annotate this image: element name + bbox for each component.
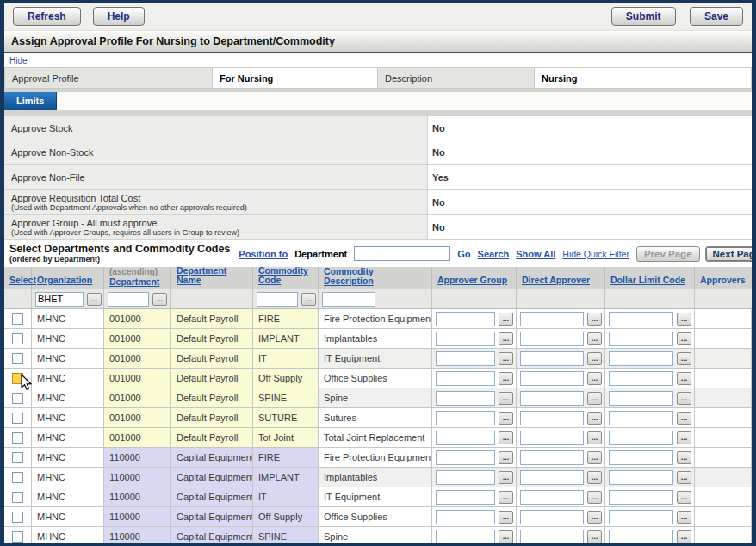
approver-group-lookup-button[interactable]: ... (499, 392, 513, 405)
direct-approver-lookup-button[interactable]: ... (587, 412, 602, 425)
header-direct-approver[interactable]: Direct Approver (522, 276, 590, 285)
filter-organization-input[interactable] (35, 292, 84, 307)
row-checkbox[interactable] (12, 432, 23, 444)
dollar-limit-lookup-button[interactable]: ... (677, 431, 691, 444)
help-button[interactable]: Help (93, 7, 145, 26)
direct-approver-input[interactable] (520, 510, 584, 524)
row-checkbox[interactable] (12, 353, 23, 364)
direct-approver-lookup-button[interactable]: ... (587, 392, 602, 405)
approver-group-input[interactable] (436, 431, 495, 445)
filter-department-input[interactable] (108, 292, 149, 307)
department-lookup-button[interactable]: ... (152, 293, 167, 306)
dollar-limit-code-input[interactable] (609, 490, 673, 505)
direct-approver-lookup-button[interactable]: ... (587, 511, 602, 524)
row-checkbox[interactable] (12, 512, 23, 523)
dollar-limit-lookup-button[interactable]: ... (677, 412, 691, 425)
row-checkbox[interactable] (12, 531, 23, 543)
dollar-limit-code-input[interactable] (609, 411, 673, 425)
direct-approver-lookup-button[interactable]: ... (587, 471, 602, 484)
header-approver-group[interactable]: Approver Group (437, 276, 507, 285)
direct-approver-input[interactable] (520, 332, 584, 346)
header-department-name[interactable]: Department Name (177, 266, 252, 285)
row-checkbox[interactable] (12, 333, 23, 344)
header-commodity-code[interactable]: Commodity Code (258, 266, 318, 285)
row-checkbox[interactable] (12, 492, 23, 503)
approver-group-input[interactable] (436, 450, 495, 465)
row-checkbox[interactable] (12, 393, 23, 404)
filter-commodity-code-input[interactable] (257, 292, 298, 307)
dollar-limit-lookup-button[interactable]: ... (677, 352, 691, 365)
approver-group-input[interactable] (436, 371, 495, 386)
direct-approver-lookup-button[interactable]: ... (587, 332, 602, 345)
dollar-limit-code-input[interactable] (609, 450, 673, 465)
approver-group-input[interactable] (436, 470, 495, 485)
dollar-limit-lookup-button[interactable]: ... (677, 392, 691, 405)
dollar-limit-code-input[interactable] (609, 332, 673, 346)
show-all-link[interactable]: Show All (516, 249, 555, 259)
save-button[interactable]: Save (690, 7, 743, 26)
dollar-limit-code-input[interactable] (609, 371, 673, 386)
dollar-limit-lookup-button[interactable]: ... (677, 491, 691, 504)
direct-approver-input[interactable] (520, 490, 584, 505)
dollar-limit-lookup-button[interactable]: ... (677, 372, 691, 385)
header-dollar-limit-code[interactable]: Dollar Limit Code (610, 276, 685, 285)
direct-approver-lookup-button[interactable]: ... (587, 313, 602, 326)
filter-commodity-description-input[interactable] (322, 292, 375, 307)
approver-group-lookup-button[interactable]: ... (499, 511, 513, 524)
dollar-limit-code-input[interactable] (609, 431, 673, 445)
dollar-limit-code-input[interactable] (609, 530, 673, 544)
approver-group-input[interactable] (436, 351, 495, 366)
position-to-link[interactable]: Position to (239, 249, 288, 259)
approver-group-lookup-button[interactable]: ... (499, 412, 513, 425)
dollar-limit-code-input[interactable] (609, 391, 673, 406)
approver-group-input[interactable] (436, 312, 495, 326)
approver-group-lookup-button[interactable]: ... (499, 352, 513, 365)
approver-group-input[interactable] (436, 490, 495, 505)
direct-approver-lookup-button[interactable]: ... (587, 530, 602, 543)
dollar-limit-lookup-button[interactable]: ... (677, 451, 691, 464)
direct-approver-lookup-button[interactable]: ... (587, 431, 602, 444)
approver-group-lookup-button[interactable]: ... (499, 431, 513, 444)
header-organization[interactable]: Organization (37, 276, 92, 285)
row-checkbox[interactable] (12, 452, 23, 463)
submit-button[interactable]: Submit (611, 7, 676, 26)
refresh-button[interactable]: Refresh (13, 7, 81, 26)
dollar-limit-lookup-button[interactable]: ... (677, 511, 691, 524)
dollar-limit-lookup-button[interactable]: ... (677, 313, 691, 326)
search-link[interactable]: Search (478, 249, 510, 259)
direct-approver-input[interactable] (520, 411, 584, 425)
approver-group-lookup-button[interactable]: ... (499, 372, 513, 385)
direct-approver-input[interactable] (520, 470, 584, 485)
dollar-limit-lookup-button[interactable]: ... (677, 530, 691, 543)
direct-approver-input[interactable] (520, 391, 584, 406)
row-checkbox[interactable] (12, 373, 23, 384)
approver-group-lookup-button[interactable]: ... (499, 491, 513, 504)
dollar-limit-lookup-button[interactable]: ... (677, 471, 691, 484)
direct-approver-lookup-button[interactable]: ... (587, 352, 602, 365)
organization-lookup-button[interactable]: ... (87, 293, 102, 306)
direct-approver-input[interactable] (520, 312, 584, 326)
hide-quick-filter-link[interactable]: Hide Quick Filter (562, 249, 629, 259)
dollar-limit-code-input[interactable] (609, 351, 673, 366)
row-checkbox[interactable] (12, 413, 23, 424)
direct-approver-input[interactable] (520, 450, 584, 465)
direct-approver-lookup-button[interactable]: ... (587, 372, 602, 385)
direct-approver-input[interactable] (520, 530, 584, 544)
next-page-button[interactable]: Next Page (705, 246, 752, 262)
dollar-limit-lookup-button[interactable]: ... (677, 332, 691, 345)
header-department[interactable]: Department (109, 276, 159, 287)
go-button[interactable]: Go (457, 249, 470, 259)
direct-approver-input[interactable] (520, 431, 584, 445)
approver-group-input[interactable] (436, 332, 495, 346)
approver-group-input[interactable] (436, 391, 495, 406)
dollar-limit-code-input[interactable] (609, 470, 673, 485)
prev-page-button[interactable]: Prev Page (636, 246, 700, 262)
row-checkbox[interactable] (12, 313, 23, 325)
approver-group-lookup-button[interactable]: ... (499, 313, 513, 326)
approver-group-lookup-button[interactable]: ... (499, 530, 513, 543)
approver-group-lookup-button[interactable]: ... (499, 451, 513, 464)
approver-group-input[interactable] (436, 411, 495, 425)
hide-link[interactable]: Hide (9, 56, 28, 65)
approver-group-input[interactable] (436, 530, 495, 544)
approver-group-input[interactable] (436, 510, 495, 524)
